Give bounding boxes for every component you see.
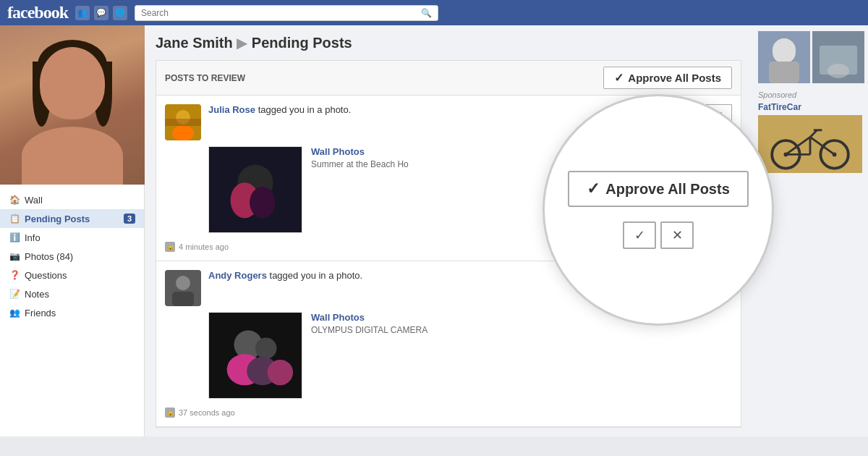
post-top-1: Julia Rose tagged you in a photo. ✓ ✕ bbox=[165, 104, 732, 140]
svg-point-17 bbox=[268, 360, 293, 385]
notifications-nav-icon[interactable]: 🌐 bbox=[113, 6, 127, 20]
time-icon-1: 🔒 bbox=[165, 242, 175, 252]
facebook-logo: facebook bbox=[7, 3, 68, 22]
messages-nav-icon[interactable]: 💬 bbox=[94, 6, 109, 20]
post-timestamp-2: 37 seconds ago bbox=[179, 408, 235, 417]
post-content-1: Wall Photos Summer at the Beach Ho bbox=[208, 146, 732, 233]
main-wrapper: 🏠 Wall 📋 Pending Posts 3 ℹ️ Info 📷 Photo… bbox=[0, 25, 868, 436]
sidebar: 🏠 Wall 📋 Pending Posts 3 ℹ️ Info 📷 Photo… bbox=[0, 25, 145, 436]
post-details-1: Wall Photos Summer at the Beach Ho bbox=[311, 146, 732, 233]
post-time-2: 🔒 37 seconds ago bbox=[165, 408, 732, 418]
svg-rect-8 bbox=[209, 147, 302, 232]
svg-rect-19 bbox=[773, 38, 796, 64]
post-content-2: Wall Photos OLYMPUS DIGITAL CAMERA bbox=[208, 312, 732, 399]
right-photo-1 bbox=[758, 31, 810, 83]
face-skin bbox=[40, 47, 105, 119]
sponsored-title[interactable]: FatTireCar bbox=[758, 102, 862, 112]
search-bar[interactable]: 🔍 bbox=[135, 5, 438, 21]
friends-nav-icon[interactable]: 👥 bbox=[75, 6, 90, 20]
section-title: Pending Posts bbox=[252, 35, 352, 51]
sidebar-item-friends-label: Friends bbox=[25, 308, 56, 318]
thumbnail-svg-1 bbox=[209, 147, 302, 232]
posts-container: Julia Rose tagged you in a photo. ✓ ✕ bbox=[156, 95, 741, 428]
svg-point-14 bbox=[255, 337, 277, 359]
approve-post-2-button[interactable]: ✓ bbox=[677, 270, 703, 292]
post-action-2: tagged you in a photo. bbox=[270, 270, 363, 281]
profile-photo bbox=[0, 25, 145, 185]
search-input[interactable] bbox=[141, 8, 421, 18]
sidebar-item-wall[interactable]: 🏠 Wall bbox=[0, 190, 144, 209]
post-item-1: Julia Rose tagged you in a photo. ✓ ✕ bbox=[156, 96, 741, 261]
post-album-2[interactable]: Wall Photos bbox=[311, 312, 732, 323]
sidebar-item-info[interactable]: ℹ️ Info bbox=[0, 228, 144, 247]
search-icon: 🔍 bbox=[421, 8, 432, 18]
sidebar-item-friends[interactable]: 👥 Friends bbox=[0, 303, 144, 322]
sidebar-item-pending-posts[interactable]: 📋 Pending Posts 3 bbox=[0, 209, 144, 228]
post-info-1: Julia Rose tagged you in a photo. bbox=[208, 104, 670, 115]
post-avatar-2 bbox=[165, 270, 201, 306]
sponsored-bike-svg bbox=[758, 115, 862, 173]
svg-rect-3 bbox=[165, 119, 201, 126]
sidebar-item-photos[interactable]: 📷 Photos (84) bbox=[0, 247, 144, 266]
sponsored-image bbox=[758, 115, 862, 173]
post-thumbnail-1 bbox=[208, 146, 302, 233]
svg-rect-2 bbox=[172, 126, 194, 140]
right-photo-svg-1 bbox=[758, 31, 810, 83]
thumbnail-svg-2 bbox=[209, 313, 302, 398]
post-info-2: Andy Rogers tagged you in a photo. bbox=[208, 270, 670, 281]
profile-name: Jane Smith bbox=[156, 35, 233, 51]
approve-all-check-icon: ✓ bbox=[614, 71, 624, 85]
post-avatar-1 bbox=[165, 104, 201, 140]
posts-header-label: Posts to Review bbox=[165, 73, 245, 83]
time-icon-2: 🔒 bbox=[165, 408, 175, 418]
post-author-1[interactable]: Julia Rose bbox=[208, 104, 255, 115]
post-desc-2: OLYMPUS DIGITAL CAMERA bbox=[311, 325, 732, 335]
post-album-1[interactable]: Wall Photos bbox=[311, 146, 732, 157]
sidebar-nav: 🏠 Wall 📋 Pending Posts 3 ℹ️ Info 📷 Photo… bbox=[0, 185, 144, 328]
info-icon: ℹ️ bbox=[9, 232, 20, 243]
right-photo-svg-2 bbox=[812, 31, 864, 83]
sidebar-item-wall-label: Wall bbox=[25, 195, 43, 206]
pending-icon: 📋 bbox=[9, 213, 20, 224]
questions-icon: ❓ bbox=[9, 269, 20, 281]
right-photo-grid bbox=[758, 31, 862, 83]
friends-icon: 👥 bbox=[9, 307, 20, 318]
profile-photo-placeholder bbox=[0, 25, 145, 185]
post-actions-2: ✓ ✕ bbox=[677, 270, 732, 292]
post-details-2: Wall Photos OLYMPUS DIGITAL CAMERA bbox=[311, 312, 732, 399]
wall-icon: 🏠 bbox=[9, 194, 20, 206]
approve-all-button[interactable]: ✓ Approve All Posts bbox=[603, 67, 732, 89]
photos-icon: 📷 bbox=[9, 250, 20, 262]
sponsored-label: Sponsored bbox=[758, 90, 862, 99]
post-thumbnail-2 bbox=[208, 312, 302, 399]
post-time-1: 🔒 4 minutes ago bbox=[165, 242, 732, 252]
post-actions-1: ✓ ✕ bbox=[677, 104, 732, 126]
sidebar-item-questions-label: Questions bbox=[25, 270, 67, 281]
post-desc-1: Summer at the Beach Ho bbox=[311, 159, 732, 169]
post-author-2[interactable]: Andy Rogers bbox=[208, 270, 267, 281]
post-item-2: Andy Rogers tagged you in a photo. ✓ ✕ bbox=[156, 261, 741, 427]
svg-point-23 bbox=[827, 64, 849, 78]
breadcrumb-separator: ▶ bbox=[237, 35, 252, 51]
body-silhouette bbox=[22, 127, 123, 185]
avatar-svg-2 bbox=[165, 270, 201, 306]
post-action-1: tagged you in a photo. bbox=[258, 104, 352, 115]
pending-badge: 3 bbox=[124, 214, 135, 224]
sidebar-item-notes[interactable]: 📝 Notes bbox=[0, 284, 144, 303]
notes-icon: 📝 bbox=[9, 288, 20, 300]
post-timestamp-1: 4 minutes ago bbox=[179, 242, 229, 251]
svg-rect-11 bbox=[172, 292, 194, 306]
header: facebook 👥 💬 🌐 🔍 bbox=[0, 0, 868, 25]
right-photo-2 bbox=[812, 31, 864, 83]
main-content: Jane Smith ▶ Pending Posts Posts to Revi… bbox=[145, 25, 752, 436]
header-icons: 👥 💬 🌐 bbox=[75, 6, 127, 20]
reject-post-2-button[interactable]: ✕ bbox=[706, 270, 732, 292]
svg-point-10 bbox=[176, 276, 190, 290]
sidebar-item-photos-label: Photos (84) bbox=[25, 251, 73, 262]
sidebar-item-questions[interactable]: ❓ Questions bbox=[0, 266, 144, 284]
right-sidebar: Sponsored FatTireCar bbox=[752, 25, 868, 436]
reject-post-1-button[interactable]: ✕ bbox=[706, 104, 732, 126]
avatar-svg-1 bbox=[165, 104, 201, 140]
approve-post-1-button[interactable]: ✓ bbox=[677, 104, 703, 126]
face bbox=[36, 40, 109, 134]
